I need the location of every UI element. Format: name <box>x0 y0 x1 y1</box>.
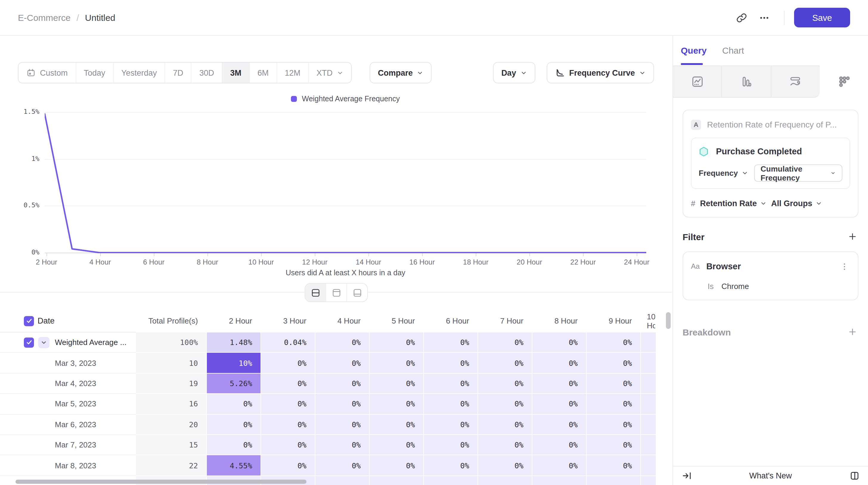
legend-label: Weighted Average Frequency <box>302 95 400 103</box>
filter-condition-row: Is Chrome <box>691 281 850 291</box>
hour-column-header[interactable]: 8 Hour <box>532 310 587 332</box>
range-30d-button[interactable]: 30D <box>191 63 222 83</box>
event-row[interactable]: Purchase Completed <box>699 145 842 158</box>
hour-column-header[interactable]: 6 Hour <box>424 310 478 332</box>
series-title-row[interactable]: A Retention Rate of Frequency of P... <box>691 118 850 132</box>
breakdown-section-header: Breakdown <box>683 326 859 338</box>
range-custom-button[interactable]: Custom <box>19 63 75 83</box>
chart-type-insights-button[interactable] <box>673 66 722 98</box>
frequency-dropdown[interactable]: Frequency <box>699 169 748 177</box>
total-cell: 22 <box>136 455 207 476</box>
chevron-down-icon <box>760 200 766 206</box>
select-all-checkbox[interactable] <box>24 316 34 326</box>
row-checkbox[interactable] <box>24 337 34 347</box>
x-axis-title: Users did A at least X hours in a day <box>45 269 646 277</box>
groups-dropdown[interactable]: All Groups <box>771 199 822 208</box>
range-7d-button[interactable]: 7D <box>164 63 191 83</box>
x-tick-label: 16 Hour <box>409 258 435 266</box>
value-cell: 0% <box>370 414 424 435</box>
tab-chart[interactable]: Chart <box>722 45 744 56</box>
chevron-down-icon <box>742 170 748 176</box>
value-cell: 0% <box>261 414 315 435</box>
measure-dropdown[interactable]: Retention Rate <box>700 199 766 208</box>
value-cell: 0% <box>532 435 587 455</box>
frequency-type-dropdown[interactable]: Cumulative Frequency <box>754 164 843 182</box>
link-icon <box>736 12 747 23</box>
value-cell: 0% <box>315 414 370 435</box>
value-cell: 0% <box>261 374 315 394</box>
breadcrumb-page-title[interactable]: Untitled <box>85 12 115 23</box>
measurement-row: # Retention Rate All Groups <box>691 197 850 210</box>
filter-property-row[interactable]: Aa Browser <box>691 259 850 273</box>
value-cell: 0% <box>532 455 587 476</box>
value-cell: 0% <box>424 332 478 353</box>
plus-icon <box>848 327 857 337</box>
filter-value[interactable]: Chrome <box>721 282 749 290</box>
date-range-toolbar: Custom Today Yesterday 7D 30D 3M 6M 12M … <box>18 63 654 83</box>
chart-legend[interactable]: Weighted Average Frequency <box>45 95 646 103</box>
add-breakdown-button[interactable] <box>846 326 859 338</box>
view-type-label: Frequency Curve <box>569 68 635 77</box>
hash-icon: # <box>691 199 695 208</box>
chart-type-frequency-button[interactable] <box>820 66 868 98</box>
chevron-down-icon <box>40 339 47 346</box>
range-12m-button[interactable]: 12M <box>276 63 308 83</box>
more-options-button[interactable] <box>754 7 774 28</box>
header-date-cell[interactable]: Date <box>0 310 136 332</box>
value-cell: 10% <box>207 353 261 374</box>
chart-type-flows-button[interactable] <box>771 66 820 98</box>
value-cell: 0% <box>370 353 424 374</box>
range-3m-button[interactable]: 3M <box>222 63 249 83</box>
hour-column-header[interactable]: 4 Hour <box>315 310 370 332</box>
top-bar: E-Commerce / Untitled <box>0 0 868 36</box>
split-view-icon <box>310 288 320 298</box>
chevron-down-icon <box>831 170 836 176</box>
expand-row-button[interactable] <box>38 337 50 348</box>
copy-link-button[interactable] <box>732 7 752 28</box>
layout-split-button[interactable] <box>305 284 326 301</box>
breadcrumb: E-Commerce / Untitled <box>18 12 115 23</box>
value-cell: 1.48% <box>207 332 261 353</box>
range-yesterday-button[interactable]: Yesterday <box>113 63 164 83</box>
save-button[interactable]: Save <box>794 8 850 27</box>
range-6m-button[interactable]: 6M <box>249 63 277 83</box>
table-vertical-scrollbar[interactable] <box>666 312 671 329</box>
layout-table-only-button[interactable] <box>346 284 367 301</box>
hour-column-header[interactable]: 5 Hour <box>370 310 424 332</box>
toggle-sidebar-button[interactable] <box>848 470 860 482</box>
breadcrumb-project[interactable]: E-Commerce <box>18 12 71 23</box>
filter-operator[interactable]: Is <box>708 282 714 290</box>
series-badge: A <box>691 120 701 130</box>
measure-label: Retention Rate <box>700 199 757 208</box>
layout-chart-only-button[interactable] <box>326 284 346 301</box>
view-type-dropdown[interactable]: Frequency Curve <box>547 62 654 84</box>
whats-new-link[interactable]: What's New <box>693 471 848 480</box>
compare-button[interactable]: Compare <box>370 62 432 84</box>
results-table: Date Total Profile(s) 2 Hour 3 Hour 4 Ho… <box>0 310 657 485</box>
table-horizontal-scrollbar[interactable] <box>16 480 306 484</box>
hour-column-header[interactable]: 9 Hour <box>587 310 641 332</box>
value-cell: 0% <box>261 435 315 455</box>
granularity-dropdown[interactable]: Day <box>493 62 535 84</box>
hour-column-header-clipped[interactable]: 10 Hour <box>641 310 656 332</box>
value-cell: 0% <box>532 414 587 435</box>
tab-query[interactable]: Query <box>681 45 707 56</box>
hour-column-header[interactable]: 7 Hour <box>478 310 532 332</box>
row-label: Mar 4, 2023 <box>55 374 96 393</box>
chart-type-funnels-button[interactable] <box>722 66 771 98</box>
hour-column-header[interactable]: 3 Hour <box>261 310 315 332</box>
row-label: Mar 6, 2023 <box>55 414 96 434</box>
x-tick-label: 12 Hour <box>302 258 327 266</box>
y-tick-label: 0.5% <box>14 201 39 210</box>
value-cell: 0% <box>478 455 532 476</box>
hour-column-header[interactable]: 2 Hour <box>207 310 261 332</box>
add-filter-button[interactable] <box>846 231 859 243</box>
row-label: Mar 8, 2023 <box>55 455 96 476</box>
breadcrumb-separator: / <box>76 12 79 23</box>
total-column-header[interactable]: Total Profile(s) <box>136 310 207 332</box>
filter-options-button[interactable] <box>838 260 850 272</box>
range-today-button[interactable]: Today <box>75 63 113 83</box>
range-xtd-button[interactable]: XTD <box>308 63 351 83</box>
collapse-panel-button[interactable] <box>681 470 693 482</box>
date-column-header: Date <box>37 310 55 332</box>
